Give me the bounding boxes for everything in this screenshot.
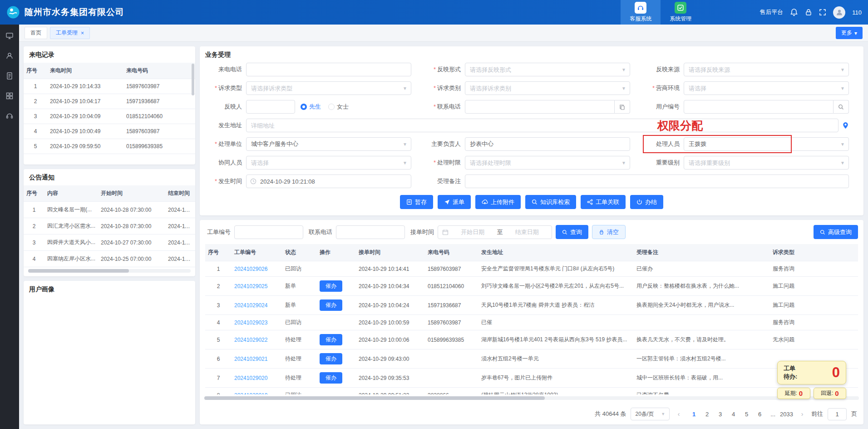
page-number[interactable]: 1 xyxy=(688,408,700,420)
date-range-picker[interactable]: 开始日期 至 结束日期 xyxy=(438,225,552,239)
bell-icon[interactable] xyxy=(790,8,798,16)
call-records-scroll[interactable]: 12024-10-29 10:14:331589760398722024-10-… xyxy=(24,79,195,165)
contact-phone-input[interactable] xyxy=(465,100,615,114)
urge-button[interactable]: 催办 xyxy=(320,280,342,292)
save-button[interactable]: 暂存 xyxy=(400,195,433,209)
reflect-source-select[interactable] xyxy=(684,63,849,76)
time-limit-select[interactable] xyxy=(465,156,630,170)
vertical-scrollbar[interactable] xyxy=(192,64,194,95)
upload-attachment-button[interactable]: 上传附件 xyxy=(475,195,521,209)
next-page-icon[interactable]: › xyxy=(798,410,807,418)
page-number[interactable]: 2033 xyxy=(780,408,793,420)
goto-page-input[interactable] xyxy=(828,408,847,420)
order-no-search-input[interactable] xyxy=(234,225,303,239)
order-row[interactable]: 820241029019已回访2024-10-29 09:51:23382886… xyxy=(205,388,858,395)
business-env-select[interactable] xyxy=(684,81,849,95)
page-number[interactable]: 3 xyxy=(714,408,726,420)
after-sales-platform-link[interactable]: 售后平台 xyxy=(760,8,783,16)
dashboard-icon[interactable] xyxy=(5,32,14,40)
start-date-placeholder[interactable]: 开始日期 xyxy=(452,228,493,236)
call-record-row[interactable]: 42024-10-29 10:00:4915897603987 xyxy=(24,124,195,139)
order-link[interactable]: 20241029023 xyxy=(234,319,267,326)
query-button[interactable]: 查询 xyxy=(556,225,588,239)
page-size-select[interactable]: 20条/页 ▼ xyxy=(631,408,670,420)
importance-select[interactable] xyxy=(684,156,849,170)
location-pin-icon[interactable] xyxy=(842,122,849,129)
caller-phone-input[interactable] xyxy=(246,63,411,76)
document-icon[interactable] xyxy=(5,72,14,80)
appeal-type-select[interactable] xyxy=(246,81,411,95)
main-person-input[interactable] xyxy=(465,137,630,151)
nav-customer-service[interactable]: 客服系统 xyxy=(621,0,661,25)
order-row[interactable]: 720241029020待处理催办2024-10-29 09:35:53岁丰巷6… xyxy=(205,369,858,388)
page-number[interactable]: 2 xyxy=(701,408,713,420)
page-number[interactable]: 5 xyxy=(740,408,753,420)
horizontal-scrollbar[interactable] xyxy=(28,269,191,273)
order-row[interactable]: 320241029024新单催办2024-10-29 10:04:2415971… xyxy=(205,296,858,315)
urge-button[interactable]: 催办 xyxy=(320,372,342,384)
order-row[interactable]: 220241029025新单催办2024-10-29 10:04:3401851… xyxy=(205,277,858,296)
user-badge[interactable]: 110 xyxy=(852,9,862,16)
page-number[interactable]: 4 xyxy=(727,408,740,420)
prev-page-icon[interactable]: ‹ xyxy=(674,410,683,418)
apps-icon[interactable] xyxy=(5,92,14,100)
urge-button[interactable]: 催办 xyxy=(320,299,342,311)
finish-button[interactable]: 办结 xyxy=(630,195,663,209)
order-row[interactable]: 620241029021待处理催办2024-10-29 09:43:00涢水村五… xyxy=(205,349,858,369)
order-relate-button[interactable]: 工单关联 xyxy=(581,195,626,209)
call-record-row[interactable]: 12024-10-29 10:14:3315897603987 xyxy=(24,79,195,94)
reporter-input[interactable] xyxy=(246,100,295,114)
radio-male[interactable]: 先生 xyxy=(301,103,321,111)
urge-button[interactable]: 催办 xyxy=(320,353,342,364)
nav-system-management[interactable]: 系统管理 xyxy=(661,0,700,25)
lock-icon[interactable] xyxy=(805,8,812,16)
tab-work-order[interactable]: 工单受理 × xyxy=(50,27,90,39)
headset-rail-icon[interactable] xyxy=(5,112,14,120)
co-worker-select[interactable] xyxy=(246,156,411,170)
radio-female[interactable]: 女士 xyxy=(328,103,349,111)
accept-note-input[interactable] xyxy=(465,175,849,188)
order-row[interactable]: 420241029023已回访2024-10-29 10:00:59158976… xyxy=(205,315,858,330)
order-link[interactable]: 20241029025 xyxy=(234,283,267,289)
orders-horizontal-scrollbar[interactable] xyxy=(204,396,859,400)
call-record-row[interactable]: 32024-10-29 10:04:09018512104060 xyxy=(24,109,195,124)
dispatch-button[interactable]: 派单 xyxy=(438,195,471,209)
order-row[interactable]: 120241029026已回访2024-10-29 10:14:41158976… xyxy=(205,261,858,277)
order-link[interactable]: 20241029020 xyxy=(234,375,267,381)
announcement-row[interactable]: 2因汇龙湾小区需水...2024-10-28 07:30:002024-11-0… xyxy=(24,218,195,234)
field-label: 诉求类别 xyxy=(422,84,465,92)
handler-select[interactable] xyxy=(684,137,849,151)
order-link[interactable]: 20241029026 xyxy=(234,266,267,272)
tab-home[interactable]: 首页 xyxy=(25,27,47,39)
copy-icon[interactable] xyxy=(615,100,630,114)
order-link[interactable]: 20241029024 xyxy=(234,302,267,309)
announcement-row[interactable]: 4因塞纳左岸小区水...2024-10-25 07:00:002024-10-3… xyxy=(24,251,195,267)
page-number[interactable]: 6 xyxy=(754,408,766,420)
avatar[interactable] xyxy=(833,6,845,19)
handling-unit-select[interactable] xyxy=(246,137,411,151)
user-icon[interactable] xyxy=(5,52,14,60)
occur-time-input[interactable] xyxy=(246,175,411,188)
user-number-input[interactable] xyxy=(684,100,833,114)
announcement-row[interactable]: 1因文峰名居一期(...2024-10-28 07:30:002024-11-0… xyxy=(24,202,195,218)
order-link[interactable]: 20241029021 xyxy=(234,356,267,362)
call-record-row[interactable]: 22024-10-29 10:04:1715971936687 xyxy=(24,94,195,109)
call-record-row[interactable]: 52024-10-29 09:59:50015899639385 xyxy=(24,139,195,154)
order-link[interactable]: 20241029022 xyxy=(234,337,267,343)
end-date-placeholder[interactable]: 结束日期 xyxy=(507,228,548,236)
clear-button[interactable]: 清空 xyxy=(592,225,626,239)
reflect-form-select[interactable] xyxy=(465,63,630,76)
appeal-category-select[interactable] xyxy=(465,81,630,95)
announcement-row[interactable]: 3因舜井大道天风小...2024-10-27 07:30:002024-11-0… xyxy=(24,234,195,251)
order-row[interactable]: 520241029022待处理催办2024-10-29 10:00:060158… xyxy=(205,330,858,349)
advanced-query-button[interactable]: 高级查询 xyxy=(814,225,858,239)
close-icon[interactable]: × xyxy=(81,30,84,36)
search-icon[interactable] xyxy=(833,100,849,114)
fullscreen-icon[interactable] xyxy=(819,9,826,16)
more-button[interactable]: 更多 ▾ xyxy=(836,27,863,39)
phone-search-input[interactable] xyxy=(336,225,405,239)
order-link[interactable]: 20241029019 xyxy=(234,392,267,395)
urge-button[interactable]: 催办 xyxy=(320,334,342,345)
address-input[interactable] xyxy=(246,119,838,132)
knowledge-search-button[interactable]: 知识库检索 xyxy=(525,195,576,209)
